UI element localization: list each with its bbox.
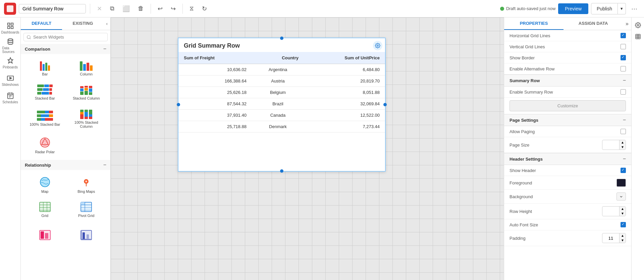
svg-point-21 <box>86 181 87 182</box>
far-icon-table[interactable] <box>633 32 643 42</box>
search-input[interactable] <box>33 35 105 40</box>
widget-extra-1[interactable] <box>25 226 65 245</box>
relationship-section-header: Relationship − <box>21 160 110 170</box>
sidebar-item-pinboards[interactable]: Pinboards <box>2 55 18 71</box>
filter-button[interactable]: ⧖ <box>187 3 197 14</box>
right-panel-body: Horizontal Grid Lines Vertical Grid Line… <box>504 30 631 280</box>
pivot-grid-icon <box>80 202 92 212</box>
resize-handle-top[interactable] <box>280 37 283 40</box>
col-header-freight[interactable]: Sum of Freight <box>178 52 252 64</box>
row-height-input[interactable]: 42 <box>602 208 619 215</box>
cell-freight: 25,718.88 <box>178 121 252 132</box>
svg-point-13 <box>27 35 30 38</box>
more-options-button[interactable]: ⋯ <box>629 3 640 14</box>
tab-existing[interactable]: EXISTING <box>62 17 103 30</box>
background-color-swatch[interactable] <box>616 192 626 201</box>
padding-down[interactable]: ▼ <box>619 238 626 243</box>
resize-handle-bottom[interactable] <box>280 169 283 173</box>
preview-button[interactable]: Preview <box>558 3 588 14</box>
enable-summary-row-label: Enable Summary Row <box>509 90 553 95</box>
page-size-spinner: 100 ▲ ▼ <box>602 140 626 150</box>
widget-bar[interactable]: Bar <box>25 57 65 79</box>
redo-button[interactable]: ↪ <box>168 3 178 14</box>
widget-stacked-column[interactable]: Stacked Column <box>66 81 107 104</box>
enable-summary-row-checkbox[interactable] <box>621 89 626 95</box>
page-settings-collapse[interactable]: − <box>623 117 626 123</box>
auto-font-size-label: Auto Font Size <box>509 222 538 227</box>
publish-dropdown-button[interactable]: ▾ <box>618 3 626 14</box>
relationship-widget-grid: Map Bing Maps <box>21 170 110 224</box>
customize-button[interactable]: Customize <box>509 100 626 111</box>
widget-scroll-area: Comparison − Bar <box>21 44 110 280</box>
header-settings-collapse[interactable]: − <box>623 156 626 162</box>
header-settings-section: Header Settings − <box>504 153 631 165</box>
delete-button[interactable]: 🗑 <box>135 3 147 14</box>
show-header-checkbox[interactable] <box>621 168 626 173</box>
cell-freight: 10,636.02 <box>178 64 252 75</box>
relationship-collapse-button[interactable]: − <box>103 162 106 168</box>
dashboard-title-input[interactable] <box>19 4 86 13</box>
widget-column[interactable]: Column <box>66 57 107 79</box>
comparison-widget-grid: Bar Column <box>21 54 110 160</box>
slideshow-icon <box>7 74 14 82</box>
widget-extra-2[interactable] <box>66 226 107 245</box>
copy-button[interactable]: ⧉ <box>107 3 117 14</box>
sidebar-item-dashboards[interactable]: Dashboards <box>2 20 18 36</box>
sidebar-item-schedules[interactable]: Schedules <box>2 90 18 106</box>
right-panel-expand-button[interactable]: » <box>623 18 631 30</box>
paste-button[interactable]: ⬜ <box>120 3 132 14</box>
widget-stacked-bar[interactable]: Stacked Bar <box>25 81 65 104</box>
resize-handle-left[interactable] <box>177 103 180 106</box>
summary-row-collapse[interactable]: − <box>623 77 626 83</box>
widget-settings-button[interactable] <box>373 41 382 50</box>
widget-map[interactable]: Map <box>25 173 65 197</box>
table-row: 37,931.40 Canada 12,522.00 <box>178 110 385 121</box>
tab-properties[interactable]: PROPERTIES <box>504 17 564 30</box>
panel-collapse-button[interactable]: ‹ <box>104 17 110 30</box>
horizontal-grid-lines-checkbox[interactable] <box>621 33 626 38</box>
widget-bing-maps[interactable]: Bing Maps <box>66 173 107 197</box>
allow-paging-checkbox[interactable] <box>621 129 626 134</box>
widget-radar-polar[interactable]: Radar Polar <box>25 133 65 157</box>
sidebar-label-schedules: Schedules <box>2 100 18 104</box>
widget-100-stacked-column[interactable]: 100% Stacked Column <box>66 105 107 132</box>
canvas-widget-grid[interactable]: Grid Summary Row Sum of Freight Country … <box>178 38 386 172</box>
comparison-collapse-button[interactable]: − <box>103 46 106 52</box>
show-border-checkbox[interactable] <box>621 55 626 60</box>
vertical-grid-lines-checkbox[interactable] <box>621 44 626 49</box>
page-size-input[interactable]: 100 <box>602 141 619 149</box>
widget-100-stacked-bar[interactable]: 100% Stacked Bar <box>25 105 65 132</box>
refresh-button[interactable]: ↻ <box>199 3 210 14</box>
col-header-country[interactable]: Country <box>252 52 304 64</box>
table-body: 10,636.02 Argentina 6,484.80 166,388.64 … <box>178 64 385 132</box>
row-height-down[interactable]: ▼ <box>619 211 626 216</box>
row-height-up[interactable]: ▲ <box>619 207 626 211</box>
cut-button[interactable]: ✕ <box>94 3 105 14</box>
sidebar-item-datasources[interactable]: Data Sources <box>2 38 18 54</box>
tab-assign-data[interactable]: ASSIGN DATA <box>564 17 623 30</box>
sidebar-item-slideshows[interactable]: Slideshows <box>2 72 18 89</box>
col-header-unitprice[interactable]: Sum of UnitPrice <box>304 52 385 64</box>
enable-alt-row-checkbox[interactable] <box>621 66 626 71</box>
widget-grid[interactable]: Grid <box>25 198 65 221</box>
padding-spinner-buttons: ▲ ▼ <box>619 233 626 243</box>
padding-up[interactable]: ▲ <box>619 233 626 238</box>
vertical-grid-lines-label: Vertical Grid Lines <box>509 44 545 49</box>
page-size-up[interactable]: ▲ <box>619 140 626 145</box>
resize-handle-right[interactable] <box>383 103 387 106</box>
main-layout: Dashboards Data Sources Pinboards Slides… <box>0 17 644 280</box>
canvas-area[interactable]: Grid Summary Row Sum of Freight Country … <box>111 17 504 280</box>
cell-freight: 37,931.40 <box>178 110 252 121</box>
page-size-down[interactable]: ▼ <box>619 145 626 150</box>
auto-font-size-checkbox[interactable] <box>621 222 626 227</box>
foreground-color-swatch[interactable] <box>616 179 626 187</box>
cell-unitprice: 6,484.80 <box>304 64 385 75</box>
publish-button[interactable]: Publish <box>591 3 618 14</box>
widget-bar-label: Bar <box>42 72 48 76</box>
padding-input[interactable] <box>602 234 619 242</box>
far-icon-settings[interactable] <box>633 20 643 30</box>
tab-default[interactable]: DEFAULT <box>21 17 62 30</box>
undo-button[interactable]: ↩ <box>155 3 165 14</box>
widget-pivot-grid[interactable]: Pivot Grid <box>66 198 107 221</box>
comparison-label: Comparison <box>25 47 50 52</box>
